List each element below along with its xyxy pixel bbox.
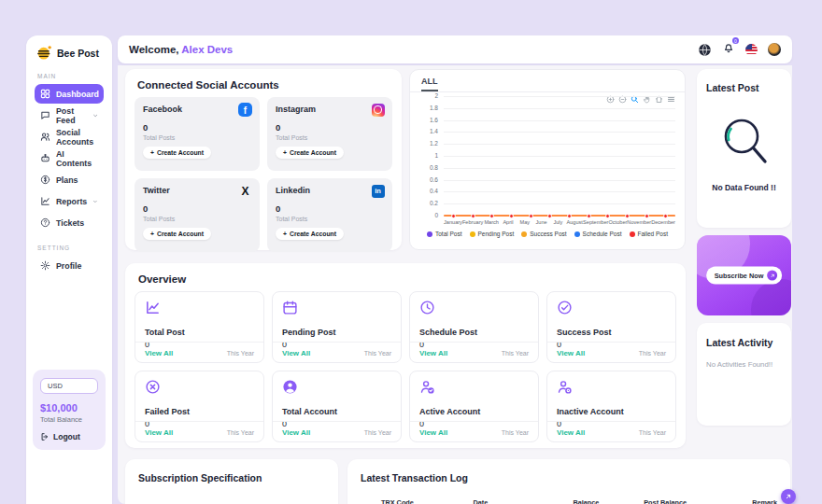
sidebar: Bee Post MAIN Dashboard Post Feed Social… — [26, 35, 112, 504]
arrow-up-right-icon — [785, 493, 792, 500]
sidebar-item-profile[interactable]: Profile — [35, 256, 104, 275]
sidebar-item-plans[interactable]: Plans — [35, 170, 104, 189]
data-point-marker[interactable] — [547, 214, 552, 218]
sidebar-item-social-accounts[interactable]: Social Accounts — [35, 127, 104, 147]
legend-dot — [470, 231, 475, 237]
social-tile-linkedin: Linkedin in 0 Total Posts +Create Accoun… — [267, 178, 392, 252]
chart-legend: Total PostPending PostSuccess PostSchedu… — [410, 231, 685, 237]
view-all-link[interactable]: View All — [557, 349, 585, 357]
x-tick-label: July — [549, 219, 566, 225]
sidebar-item-post-feed[interactable]: Post Feed — [35, 105, 104, 125]
user-circle-icon — [282, 379, 298, 395]
legend-item[interactable]: Pending Post — [470, 231, 515, 237]
period-label: This Year — [227, 350, 254, 357]
stat-card-active-account: Active Account 0 View AllThis Year — [409, 371, 539, 442]
legend-item[interactable]: Total Post — [427, 231, 462, 237]
view-all-link[interactable]: View All — [419, 428, 447, 437]
header: Welcome, Alex Devs 0 — [118, 35, 792, 63]
currency-select[interactable]: USD — [40, 378, 98, 394]
subscribe-label: Subscribe Now — [715, 272, 764, 280]
social-sub: Total Posts — [143, 134, 251, 141]
x-tick-label: August — [566, 219, 583, 225]
data-point-marker[interactable] — [645, 214, 649, 218]
legend-label: Failed Post — [638, 231, 669, 237]
language-globe-icon[interactable] — [698, 43, 712, 57]
gridline — [444, 108, 675, 109]
app-logo[interactable]: Bee Post — [35, 45, 104, 61]
linkedin-icon: in — [372, 185, 385, 198]
plus-icon: + — [283, 231, 287, 237]
data-point-marker[interactable] — [567, 214, 572, 218]
create-account-button[interactable]: +Create Account — [143, 228, 211, 240]
latest-post-card: Latest Post No Data Found !! — [697, 69, 791, 228]
us-flag-icon[interactable] — [745, 44, 758, 56]
chevron-down-icon — [92, 112, 98, 119]
stat-card-failed-post: Failed Post 0 View AllThis Year — [135, 371, 264, 442]
chevron-down-icon — [92, 198, 98, 205]
data-point-marker[interactable] — [489, 214, 494, 218]
view-all-link[interactable]: View All — [557, 428, 585, 437]
welcome-label: Welcome, — [129, 44, 178, 55]
data-point-marker[interactable] — [663, 214, 668, 218]
view-all-link[interactable]: View All — [145, 349, 173, 357]
create-account-button[interactable]: +Create Account — [276, 147, 344, 159]
data-point-marker[interactable] — [625, 214, 630, 218]
logout-button[interactable]: Logout — [40, 432, 98, 441]
legend-dot — [630, 231, 635, 237]
avatar[interactable] — [768, 43, 781, 56]
sidebar-item-label: Profile — [56, 261, 81, 271]
legend-item[interactable]: Schedule Post — [574, 231, 622, 237]
instagram-icon — [372, 104, 385, 117]
y-tick-label: 2 — [434, 92, 438, 99]
data-point-marker[interactable] — [605, 214, 610, 218]
data-point-marker[interactable] — [471, 214, 475, 218]
notification-badge: 0 — [732, 37, 739, 44]
stat-card-pending-post: Pending Post 0 View AllThis Year — [272, 291, 402, 363]
floating-action-button[interactable] — [781, 489, 796, 504]
legend-dot — [427, 231, 432, 237]
data-point-marker[interactable] — [587, 214, 591, 218]
create-account-button[interactable]: +Create Account — [276, 228, 344, 240]
view-all-link[interactable]: View All — [419, 349, 447, 357]
stat-card-schedule-post: Schedule Post 0 View AllThis Year — [409, 291, 539, 363]
create-account-button[interactable]: +Create Account — [143, 147, 211, 159]
reports-icon — [40, 196, 50, 206]
notifications-button[interactable]: 0 — [722, 41, 735, 58]
stat-title: Schedule Post — [419, 328, 529, 337]
chart-plot-area[interactable] — [444, 96, 675, 216]
y-tick-label: 0.6 — [430, 176, 438, 183]
data-point-marker[interactable] — [529, 214, 533, 218]
stat-title: Active Account — [419, 407, 529, 416]
tickets-icon — [40, 217, 50, 228]
no-data-text: No Data Found !! — [706, 183, 782, 192]
data-point-marker[interactable] — [451, 214, 456, 218]
subscribe-now-button[interactable]: Subscribe Now — [706, 267, 783, 285]
view-all-link[interactable]: View All — [145, 428, 173, 437]
period-label: This Year — [639, 350, 666, 357]
overview-card: Overview Total Post 0 View AllThis Year … — [125, 263, 686, 448]
view-all-link[interactable]: View All — [282, 349, 310, 357]
sidebar-item-tickets[interactable]: Tickets — [35, 213, 104, 232]
y-tick-label: 0.2 — [430, 200, 438, 206]
stat-title: Success Post — [557, 328, 666, 337]
x-tick-label: January — [444, 219, 462, 225]
series-line — [444, 215, 675, 217]
data-point-marker[interactable] — [509, 214, 514, 218]
sidebar-item-reports[interactable]: Reports — [35, 191, 104, 211]
gridline — [444, 191, 675, 192]
period-label: This Year — [639, 429, 666, 436]
sidebar-item-dashboard[interactable]: Dashboard — [35, 84, 104, 104]
social-name: Linkedin — [276, 186, 384, 195]
social-count: 0 — [143, 203, 251, 214]
stat-card-inactive-account: Inactive Account 0 View AllThis Year — [546, 371, 676, 442]
legend-item[interactable]: Failed Post — [630, 231, 669, 237]
chart-y-axis-labels: 21.81.61.41.210.80.60.40.20 — [414, 70, 438, 249]
col-post-balance: Post Balance — [644, 498, 718, 504]
username: Alex Devs — [181, 44, 233, 55]
sidebar-item-ai-contents[interactable]: AI Contents — [35, 148, 104, 168]
period-label: This Year — [227, 429, 254, 436]
col-date: Date — [473, 498, 573, 504]
sidebar-item-label: Social Accounts — [56, 128, 93, 147]
legend-item[interactable]: Success Post — [521, 231, 566, 237]
view-all-link[interactable]: View All — [282, 428, 310, 437]
